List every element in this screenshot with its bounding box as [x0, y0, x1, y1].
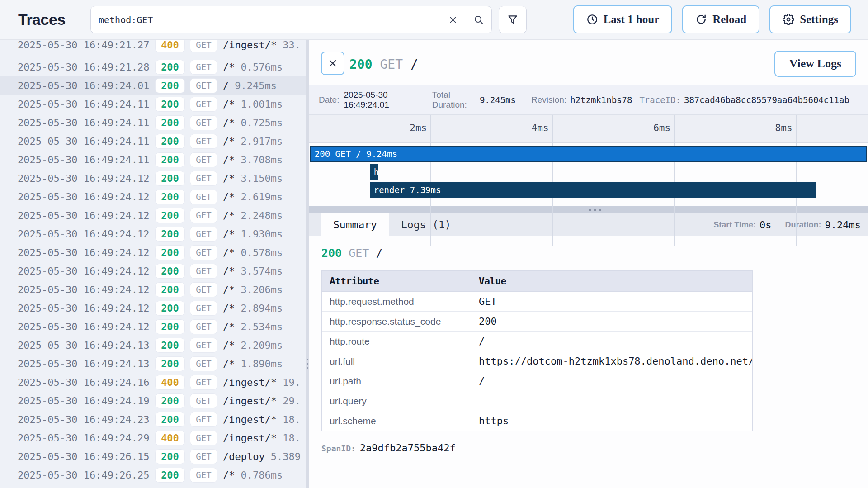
status-badge: 200: [156, 320, 184, 334]
timeline-tick-label: 8ms: [775, 123, 793, 133]
trace-path: /ingest/*: [223, 377, 277, 388]
summary-path: /: [376, 246, 382, 260]
time-range-button[interactable]: Last 1 hour: [573, 5, 673, 33]
timeline-tick-label: 2ms: [410, 123, 427, 133]
total-duration-value: 9.245ms: [480, 95, 516, 105]
trace-timestamp: 2025-05-30 16:49:24.12: [18, 284, 151, 295]
clear-search-button[interactable]: [440, 6, 466, 33]
date-value: 2025-05-30 16:49:24.01: [344, 90, 389, 110]
trace-id-label: TraceID:: [639, 95, 681, 105]
trace-duration: 18.: [283, 414, 301, 425]
trace-row[interactable]: 2025-05-30 16:49:24.13 200 GET /* 1.890m…: [0, 355, 306, 373]
method-badge: GET: [190, 208, 217, 223]
trace-row[interactable]: 2025-05-30 16:49:24.12 200 GET /* 3.206m…: [0, 280, 306, 299]
page-title: Traces: [18, 11, 66, 28]
search-input[interactable]: [91, 6, 440, 33]
gear-icon: [783, 14, 794, 25]
trace-row[interactable]: 2025-05-30 16:49:24.12 200 GET /* 3.150m…: [0, 169, 306, 188]
trace-row[interactable]: 2025-05-30 16:49:24.01 200 GET / 9.245ms: [0, 76, 306, 95]
panel-resize-handle[interactable]: [306, 40, 309, 488]
trace-timestamp: 2025-05-30 16:49:24.12: [18, 191, 151, 203]
resize-grip-dots-icon: [307, 359, 308, 371]
span-bar[interactable]: 200 GET / 9.24ms: [310, 146, 867, 162]
trace-timestamp: 2025-05-30 16:49:24.13: [18, 358, 151, 370]
method-badge: GET: [190, 412, 217, 426]
attribute-value: /: [471, 336, 752, 347]
trace-row[interactable]: 2025-05-30 16:49:24.11 200 GET /* 1.001m…: [0, 95, 306, 114]
trace-row[interactable]: 2025-05-30 16:49:24.13 200 GET /* 2.209m…: [0, 336, 306, 355]
trace-path: /*: [223, 469, 235, 481]
status-badge: 200: [156, 264, 184, 278]
trace-timestamp: 2025-05-30 16:49:24.01: [18, 80, 151, 91]
trace-path: /*: [223, 265, 235, 277]
revision-label: Revision:: [531, 95, 566, 105]
trace-path: /*: [223, 173, 235, 184]
status-badge: 400: [156, 40, 184, 52]
method-badge: GET: [190, 394, 217, 408]
trace-duration: 1.001ms: [241, 99, 283, 110]
status-badge: 400: [156, 431, 184, 445]
timeline-tick-label: 4ms: [532, 123, 549, 133]
view-logs-button[interactable]: View Logs: [774, 51, 856, 77]
trace-row[interactable]: 2025-05-30 16:49:24.16 400 GET /ingest/*…: [0, 373, 306, 392]
value-column-header: Value: [471, 276, 752, 287]
trace-row[interactable]: 2025-05-30 16:49:24.11 200 GET /* 2.917m…: [0, 132, 306, 151]
span-id-value: 2a9dfb2a755ba42f: [360, 442, 456, 454]
trace-row[interactable]: 2025-05-30 16:49:26.25 200 GET /* 0.786m…: [0, 466, 306, 484]
trace-duration: 9.245ms: [235, 80, 277, 91]
trace-timestamp: 2025-05-30 16:49:24.11: [18, 136, 151, 147]
method-badge: GET: [190, 60, 217, 74]
method-badge: GET: [190, 450, 217, 464]
attribute-value: /: [471, 375, 752, 387]
trace-row[interactable]: 2025-05-30 16:49:21.27 400 GET /ingest/*…: [0, 40, 306, 58]
trace-row[interactable]: 2025-05-30 16:49:24.12 200 GET /* 2.248m…: [0, 206, 306, 225]
trace-row[interactable]: 2025-05-30 16:49:26.15 200 GET /deploy 5…: [0, 447, 306, 466]
span-waterfall: 200 GET / 9.24ms h render 7.39ms: [309, 143, 868, 206]
reload-button[interactable]: Reload: [682, 5, 760, 33]
trace-timestamp: 2025-05-30 16:49:24.12: [18, 321, 151, 332]
trace-row[interactable]: 2025-05-30 16:49:24.11 200 GET /* 0.725m…: [0, 114, 306, 132]
trace-path: /ingest/*: [223, 40, 277, 51]
trace-row[interactable]: 2025-05-30 16:49:24.11 200 GET /* 3.708m…: [0, 151, 306, 169]
attribute-value: https://dotcom-h2tzmk1xbs78.denoland.den…: [471, 355, 752, 367]
date-label: Date:: [319, 95, 339, 105]
trace-row[interactable]: 2025-05-30 16:49:24.12 200 GET /* 1.930m…: [0, 225, 306, 243]
span-bar[interactable]: render 7.39ms: [370, 182, 816, 198]
trace-row[interactable]: 2025-05-30 16:49:24.23 200 GET /ingest/*…: [0, 410, 306, 429]
trace-duration: 2.894ms: [241, 303, 283, 314]
trace-row[interactable]: 2025-05-30 16:49:24.12 200 GET /* 2.894m…: [0, 299, 306, 317]
trace-row[interactable]: 2025-05-30 16:49:24.12 200 GET /* 2.619m…: [0, 188, 306, 206]
trace-timestamp: 2025-05-30 16:49:24.23: [18, 414, 151, 425]
trace-row[interactable]: [0, 484, 306, 488]
filter-button[interactable]: [499, 6, 527, 33]
method-badge: GET: [190, 116, 217, 130]
attribute-table-header: Attribute Value: [322, 271, 752, 292]
search-button[interactable]: [466, 6, 491, 33]
trace-path: /*: [223, 117, 235, 128]
trace-row[interactable]: 2025-05-30 16:49:24.19 200 GET /ingest/*…: [0, 392, 306, 410]
close-detail-button[interactable]: [321, 52, 344, 75]
trace-timestamp: 2025-05-30 16:49:21.27: [18, 40, 151, 51]
span-id: SpanID: 2a9dfb2a755ba42f: [321, 442, 456, 454]
trace-row[interactable]: 2025-05-30 16:49:24.12 200 GET /* 3.574m…: [0, 262, 306, 280]
trace-duration: 0.578ms: [241, 247, 283, 258]
span-bar[interactable]: h: [370, 164, 379, 180]
status-badge: 200: [156, 134, 184, 148]
trace-row[interactable]: 2025-05-30 16:49:24.12 200 GET /* 0.578m…: [0, 243, 306, 262]
trace-timestamp: 2025-05-30 16:49:21.28: [18, 62, 151, 73]
attribute-name: url.query: [322, 396, 471, 407]
method-badge: GET: [190, 431, 217, 445]
detail-title: 200 GET /: [349, 57, 418, 72]
trace-row[interactable]: 2025-05-30 16:49:24.12 200 GET /* 2.534m…: [0, 317, 306, 336]
trace-duration: 0.786ms: [241, 469, 283, 481]
trace-row[interactable]: 2025-05-30 16:49:21.28 200 GET /* 0.576m…: [0, 58, 306, 76]
trace-timestamp: 2025-05-30 16:49:24.16: [18, 377, 151, 388]
settings-label: Settings: [800, 13, 838, 26]
trace-row[interactable]: 2025-05-30 16:49:24.29 400 GET /ingest/*…: [0, 429, 306, 447]
close-icon: [327, 58, 338, 69]
trace-timestamp: 2025-05-30 16:49:24.12: [18, 228, 151, 240]
status-badge: 200: [156, 357, 184, 371]
settings-button[interactable]: Settings: [769, 5, 851, 33]
clock-icon: [586, 14, 598, 25]
span-bar-label: 200 GET / 9.24ms: [315, 149, 397, 159]
